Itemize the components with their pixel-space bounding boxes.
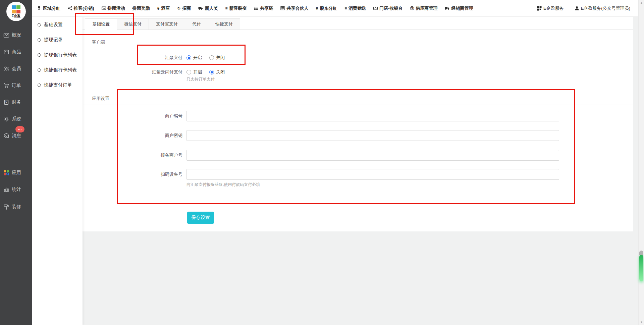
tab-quick-pay[interactable]: 快捷支付 [208,18,240,30]
tab-agent-pay[interactable]: 代付 [185,18,208,30]
frame-icon [280,6,285,10]
tab-basic-settings[interactable]: 基础设置 [85,18,117,30]
service-menu[interactable]: E企盈服务 [537,5,564,11]
topnav-item-supplier[interactable]: Ⓢ 供应商管理 [410,5,437,11]
topnav: 区域分红 推客(分销) 拼团活动 拼团奖励 ¥ 酒店 ↻ 招商 新人奖 ≡ 新客… [37,5,473,11]
tab-wechat-pay[interactable]: 微信支付 [117,18,149,30]
topnav-item-group-activity[interactable]: 拼团活动 [102,5,125,11]
scan-device-hint: 向汇聚支付报备获取,使用付款码支付必填 [186,182,260,187]
save-settings-button[interactable]: 保存设置 [187,212,214,224]
submenu-item-quick-bank-cards[interactable]: 快捷银行卡列表 [32,62,83,77]
list-icon: ≡ [225,6,227,10]
decorate-icon [3,204,9,210]
field-label: 商户编号 [83,113,182,119]
topbar: 区域分红 推客(分销) 拼团活动 拼团奖励 ¥ 酒店 ↻ 招商 新人奖 ≡ 新客… [32,0,638,17]
s-circle-icon: Ⓢ [410,6,414,10]
topnav-item-shareholder-dividend[interactable]: ¥ 股东分红 [316,5,337,11]
list-ul-icon [254,6,258,10]
camera-icon [373,6,378,10]
tab-alipay[interactable]: 支付宝支付 [149,18,185,30]
sidebar-item-stats[interactable]: 统计 [0,185,32,194]
settings-submenu: 基础设置 提现记录 提现银行卡列表 快捷银行卡列表 快捷支付订单 [32,17,83,325]
topnav-item-investment[interactable]: ↻ 招商 [177,5,191,11]
field-label: 汇聚支付 [83,55,182,61]
topnav-item-region-dividend[interactable]: 区域分红 [37,5,60,11]
account-menu[interactable]: E企盈服务(公众号管理员) [575,5,630,11]
scan-device-row: 扫码设备号 [83,169,633,180]
circle-icon [38,53,41,57]
user-icon [575,6,579,11]
page-scrollbar[interactable]: ▲ ▼ [638,0,644,325]
sidebar-item-decorate[interactable]: 装修 [0,203,32,211]
topnav-item-hotel[interactable]: ¥ 酒店 [157,5,170,11]
sidebar-item-finance[interactable]: ¥ 财务 [0,98,32,107]
topnav-item-newcomer-award[interactable]: 新人奖 [198,5,218,11]
section-title-client: 客户端 [92,39,105,45]
field-label: 扫码设备号 [83,171,182,177]
circle-icon [38,38,41,42]
yen-icon: ¥ [157,6,160,10]
stats-icon [3,186,9,193]
image-icon [102,6,106,10]
scroll-up-arrow[interactable]: ▲ [639,1,644,4]
share-icon [68,6,72,10]
topnav-item-share-chain[interactable]: 共享链 [254,5,273,11]
topnav-item-fission[interactable]: ≡ 新客裂变 [225,5,247,11]
joinpay-on-radio[interactable] [186,55,191,60]
unionpay-on-radio[interactable] [186,70,191,74]
circle-icon [38,23,41,26]
topnav-item-share-partner[interactable]: 共享合伙人 [280,5,308,11]
recycle-icon: ↻ [177,6,180,10]
field-label: 商户密钥 [83,132,182,139]
sidebar-item-overview[interactable]: 概况 [0,31,32,40]
field-label: 汇聚云闪付支付 [83,69,182,75]
topnav-item-store-cashier[interactable]: 门店-收银台 [373,5,402,11]
section-title-app: 应用设置 [92,96,109,102]
submenu-item-quick-pay-orders[interactable]: 快捷支付订单 [32,77,83,93]
list-icon: ≡ [344,6,347,10]
unionpay-hint: 只支持订单支付 [186,76,215,82]
yen-icon: ¥ [316,6,318,10]
sidebar-item-goods[interactable]: 商品 [0,48,32,56]
submenu-item-basic-settings[interactable]: 基础设置 [32,17,83,32]
circle-icon [38,68,41,72]
truck-icon [198,6,203,10]
circle-icon [38,84,41,87]
scan-device-input[interactable] [186,169,559,180]
submenu-item-withdraw-bank-cards[interactable]: 提现银行卡列表 [32,47,83,62]
report-merchant-input[interactable] [186,150,559,161]
apps-icon [3,170,9,176]
topnav-item-distribution[interactable]: 推客(分销) [68,5,94,11]
joinpay-radio-row: 汇聚支付 开启 关闭 [83,54,633,61]
unionpay-off-radio[interactable] [209,70,214,74]
truck-icon [445,6,449,10]
topnav-item-dealer[interactable]: 经销商管理 [445,5,473,11]
sidebar-item-system[interactable]: 系统 [0,115,32,123]
svg-text:¥: ¥ [5,101,7,104]
topnav-item-group-reward[interactable]: 拼团奖励 [132,5,150,11]
payment-tabs: 基础设置 微信支付 支付宝支付 代付 快捷支付 [83,18,633,30]
submenu-item-withdraw-records[interactable]: 提现记录 [32,32,83,47]
scrollbar-thumb[interactable] [639,255,643,281]
message-icon [3,133,9,139]
orders-icon [3,83,9,89]
sidebar-item-message[interactable]: 消息 [0,131,32,140]
sidebar-item-apps[interactable]: 应用 [0,168,32,177]
merchant-key-row: 商户密钥 [83,130,633,141]
merchant-id-row: 商户编号 [83,111,633,121]
sidebar-item-members[interactable]: 会员 [0,64,32,73]
divider [83,105,633,105]
grid-icon [537,6,542,11]
sidebar-item-orders[interactable]: 订单 [0,81,32,90]
scroll-down-arrow[interactable]: ▼ [639,321,644,324]
finance-icon: ¥ [3,99,9,105]
merchant-key-input[interactable] [186,130,559,141]
topnav-item-consume-gift[interactable]: ≡ 消费赠送 [344,5,366,11]
merchant-id-input[interactable] [186,111,559,121]
system-icon [3,116,9,122]
logo-icon [12,5,21,13]
field-label: 报备商户号 [83,152,182,158]
message-badge: ... [15,126,24,132]
joinpay-off-radio[interactable] [209,55,214,60]
app-logo[interactable]: E企盈 [6,2,26,21]
